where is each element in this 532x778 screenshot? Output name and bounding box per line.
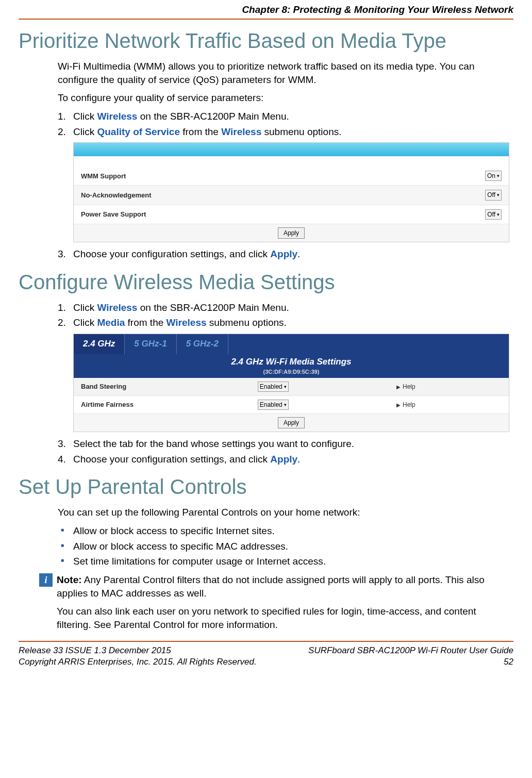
- apply-link: Apply: [270, 249, 297, 259]
- chevron-down-icon: ▾: [284, 384, 287, 390]
- section-title-prioritize: Prioritize Network Traffic Based on Medi…: [19, 29, 513, 53]
- ss-row-airtime: Airtime Fairness Enabled▾ ▶Help: [74, 396, 509, 414]
- help-text: Help: [403, 401, 415, 408]
- text: on the SBR-AC1200P Main Menu.: [137, 302, 289, 313]
- help-link[interactable]: ▶Help: [396, 383, 502, 391]
- wmm-select[interactable]: On▾: [485, 171, 502, 181]
- tab-24ghz[interactable]: 2.4 GHz: [74, 334, 125, 354]
- step-2: Click Quality of Service from the Wirele…: [58, 125, 509, 139]
- step-3: Select the tab for the band whose settin…: [58, 437, 509, 451]
- tab-5ghz2[interactable]: 5 GHz-2: [177, 334, 228, 354]
- text: Click: [73, 111, 97, 122]
- media-link: Media: [97, 317, 125, 328]
- step-2: Click Media from the Wireless submenu op…: [58, 316, 509, 329]
- closing-paragraph: You can also link each user on yoru netw…: [57, 605, 509, 631]
- ss-apply-row: Apply: [74, 224, 509, 242]
- text: Choose your configuration settings, and …: [73, 454, 270, 465]
- parental-intro: You can set up the following Parental Co…: [58, 506, 509, 519]
- text: Choose your configuration settings, and …: [73, 249, 270, 259]
- ss-apply-row: Apply: [74, 414, 509, 432]
- wireless-link: Wireless: [97, 302, 137, 313]
- triangle-right-icon: ▶: [396, 384, 401, 390]
- select-value: Enabled: [260, 401, 282, 409]
- footer-release: Release 33 ISSUE 1.3 December 2015: [19, 645, 257, 656]
- note-body: Any Parental Control filters that do not…: [57, 574, 485, 599]
- intro-lead: To configure your quality of service par…: [58, 91, 509, 105]
- ss-label: WMM Support: [81, 172, 485, 181]
- intro-paragraph: Wi-Fi Multimedia (WMM) allows you to pri…: [58, 60, 509, 86]
- wireless-link: Wireless: [167, 317, 207, 328]
- powersave-select[interactable]: Off▾: [485, 209, 502, 220]
- tab-5ghz1[interactable]: 5 GHz-1: [125, 334, 176, 354]
- footer-doc-title: SURFboard SBR‑AC1200P Wi-Fi Router User …: [308, 645, 513, 656]
- section-title-media: Configure Wireless Media Settings: [19, 270, 513, 294]
- select-value: Off: [487, 191, 495, 199]
- footer-copyright: Copyright ARRIS Enterprises, Inc. 2015. …: [19, 656, 257, 668]
- chevron-down-icon: ▾: [497, 173, 500, 179]
- step-3: Choose your configuration settings, and …: [58, 247, 509, 261]
- ss-label: Power Save Support: [81, 210, 485, 219]
- media-banner: 2.4 GHz Wi-Fi Media Settings (3C:DF:A9:D…: [74, 354, 509, 378]
- apply-button[interactable]: Apply: [278, 227, 305, 239]
- banner-title: 2.4 GHz Wi-Fi Media Settings: [74, 356, 509, 368]
- help-link[interactable]: ▶Help: [396, 401, 502, 409]
- bullet-item: Allow or block access to specific MAC ad…: [58, 540, 509, 553]
- page-footer: Release 33 ISSUE 1.3 December 2015 Copyr…: [19, 641, 513, 668]
- text: on the SBR-AC1200P Main Menu.: [137, 111, 289, 122]
- bandsteering-select[interactable]: Enabled▾: [258, 382, 289, 392]
- select-value: On: [487, 172, 495, 180]
- section-title-parental: Set Up Parental Controls: [19, 475, 513, 499]
- page-header: Chapter 8: Protecting & Monitoring Your …: [19, 0, 513, 20]
- text: Click: [73, 317, 97, 328]
- ss-row-bandsteering: Band Steering Enabled▾ ▶Help: [74, 378, 509, 396]
- text: .: [297, 249, 300, 259]
- noack-select[interactable]: Off▾: [485, 190, 502, 200]
- apply-link: Apply: [270, 454, 297, 465]
- wireless-link: Wireless: [221, 126, 261, 137]
- select-value: Off: [487, 210, 495, 219]
- chevron-down-icon: ▾: [497, 211, 500, 218]
- text: submenu options.: [261, 126, 341, 137]
- step-1: Click Wireless on the SBR-AC1200P Main M…: [58, 301, 509, 314]
- note-text: Note: Any Parental Control filters that …: [57, 573, 509, 632]
- media-screenshot: 2.4 GHz 5 GHz-1 5 GHz-2 2.4 GHz Wi-Fi Me…: [73, 334, 509, 432]
- text: from the: [125, 317, 166, 328]
- ss-label: No-Acknowledgement: [81, 191, 485, 200]
- triangle-right-icon: ▶: [396, 402, 401, 408]
- chevron-down-icon: ▾: [497, 192, 500, 198]
- footer-page-number: 52: [308, 656, 513, 668]
- text: submenu options.: [207, 317, 287, 328]
- text: from the: [180, 126, 221, 137]
- airtime-select[interactable]: Enabled▾: [258, 400, 289, 410]
- wireless-link: Wireless: [97, 111, 137, 122]
- text: Click: [73, 126, 97, 137]
- step-1: Click Wireless on the SBR-AC1200P Main M…: [58, 110, 509, 123]
- note-label: Note:: [57, 574, 82, 585]
- ss-label: Airtime Fairness: [81, 400, 258, 409]
- apply-button[interactable]: Apply: [278, 417, 305, 428]
- ss-row-wmm: WMM Support On▾: [74, 167, 509, 186]
- qos-link: Quality of Service: [97, 126, 180, 137]
- chevron-down-icon: ▾: [284, 402, 287, 408]
- ss-row-noack: No-Acknowledgement Off▾: [74, 186, 509, 205]
- select-value: Enabled: [260, 383, 282, 391]
- text: .: [297, 454, 300, 465]
- info-icon: i: [39, 573, 53, 587]
- qos-screenshot: WMM Support On▾ No-Acknowledgement Off▾ …: [73, 142, 509, 242]
- text: Click: [73, 302, 97, 313]
- ss-row-powersave: Power Save Support Off▾: [74, 205, 509, 224]
- help-text: Help: [403, 383, 415, 390]
- ss-header-bar: [74, 143, 509, 156]
- ss-label: Band Steering: [81, 382, 258, 391]
- bullet-item: Allow or block access to specific Intern…: [58, 524, 509, 538]
- band-tabs: 2.4 GHz 5 GHz-1 5 GHz-2: [74, 334, 509, 354]
- bullet-item: Set time limitations for computer usage …: [58, 555, 509, 568]
- banner-mac: (3C:DF:A9:D9:5C:39): [74, 368, 509, 378]
- step-4: Choose your configuration settings, and …: [58, 453, 509, 466]
